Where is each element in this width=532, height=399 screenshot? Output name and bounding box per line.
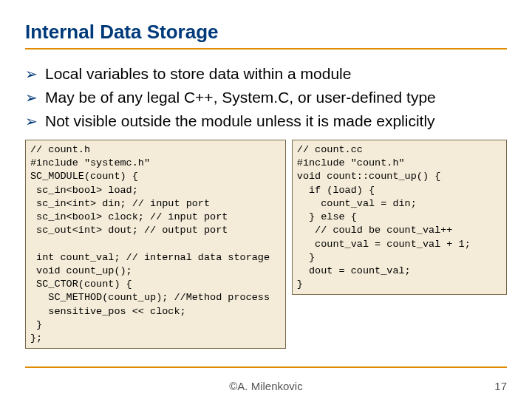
bullet-list: ➢ Local variables to store data within a… xyxy=(25,63,507,132)
code-block-source: // count.cc #include "count.h" void coun… xyxy=(292,140,507,295)
bullet-text: Local variables to store data within a m… xyxy=(45,63,351,84)
bullet-text: May be of any legal C++, System.C, or us… xyxy=(45,86,436,108)
bullet-marker-icon: ➢ xyxy=(25,86,38,109)
bullet-marker-icon: ➢ xyxy=(25,63,38,85)
list-item: ➢ Not visible outside the module unless … xyxy=(25,110,507,132)
bullet-marker-icon: ➢ xyxy=(25,110,38,132)
code-block-header: // count.h #include "systemc.h" SC_MODUL… xyxy=(25,140,286,349)
footer-author: ©A. Milenkovic xyxy=(229,380,302,392)
bullet-text: Not visible outside the module unless it… xyxy=(45,110,435,132)
code-columns: // count.h #include "systemc.h" SC_MODUL… xyxy=(25,140,507,349)
slide: Internal Data Storage ➢ Local variables … xyxy=(0,0,532,399)
list-item: ➢ May be of any legal C++, System.C, or … xyxy=(25,86,507,109)
title-underline xyxy=(25,48,507,50)
list-item: ➢ Local variables to store data within a… xyxy=(25,63,507,85)
footer-rule xyxy=(25,366,507,368)
page-title: Internal Data Storage xyxy=(25,21,507,44)
footer-page-number: 17 xyxy=(494,380,507,392)
